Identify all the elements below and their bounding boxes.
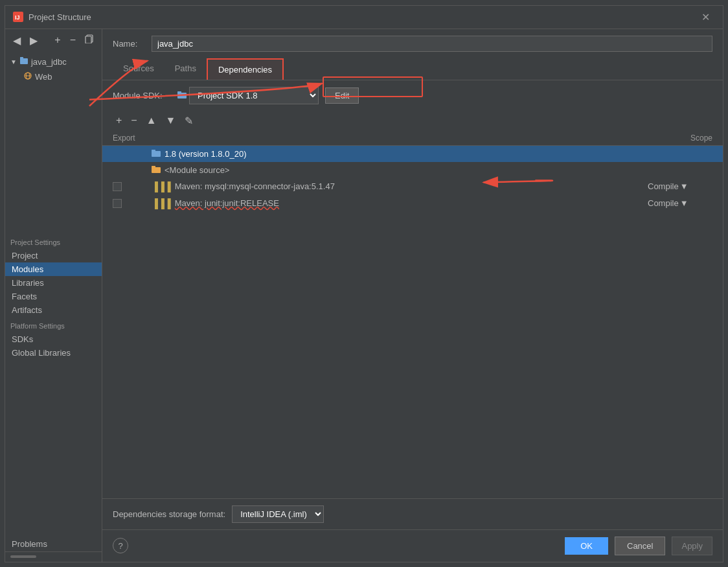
ok-button[interactable]: OK	[565, 537, 608, 555]
name-label: Name:	[113, 39, 145, 49]
module-icon	[19, 56, 28, 67]
mysql-check-col	[113, 182, 152, 191]
sidebar-modules-label: Modules	[12, 264, 43, 274]
sidebar-sdks-label: SDKs	[12, 334, 33, 344]
sidebar-item-global-libraries[interactable]: Global Libraries	[5, 346, 102, 360]
add-module-button[interactable]: +	[52, 33, 63, 47]
module-source-name-col: <Module source>	[152, 165, 648, 175]
sidebar: ◀ ▶ + − ▼	[5, 29, 102, 562]
scrollbar-thumb[interactable]	[10, 555, 36, 558]
right-panel: Name: Sources Paths Dependencies Module …	[102, 29, 723, 562]
apply-button[interactable]: Apply	[672, 537, 712, 555]
nav-buttons: ◀ ▶ + −	[5, 29, 102, 52]
sidebar-project-label: Project	[12, 251, 38, 260]
mysql-name-col: ▐▐▐ Maven: mysql:mysql-connector-java:5.…	[152, 181, 648, 192]
junit-name-col: ▐▐▐ Maven: junit:junit:RELEASE	[152, 198, 648, 209]
svg-rect-14	[152, 166, 155, 168]
jdk-name-col: 1.8 (version 1.8.0_20)	[152, 149, 648, 159]
project-settings-header: Project Settings	[5, 233, 102, 249]
mysql-name-label: Maven: mysql:mysql-connector-java:5.1.47	[175, 181, 335, 191]
app-icon: IJ	[13, 12, 23, 22]
deps-table-header: Export Scope	[102, 131, 723, 146]
dialog-title: Project Structure	[28, 12, 696, 22]
dialog-footer: ? OK Cancel Apply	[102, 529, 723, 562]
mysql-scope-label: Compile	[648, 181, 679, 191]
edit-sdk-button[interactable]: Edit	[325, 87, 359, 104]
svg-rect-4	[20, 58, 28, 64]
sidebar-item-facets[interactable]: Facets	[5, 290, 102, 303]
move-up-button[interactable]: ▲	[143, 113, 160, 128]
junit-scope-dropdown[interactable]: Compile ▼	[648, 198, 712, 208]
web-icon	[23, 71, 32, 82]
dep-row-junit[interactable]: ▐▐▐ Maven: junit:junit:RELEASE Compile ▼	[102, 195, 723, 212]
copy-module-button[interactable]	[82, 33, 97, 47]
platform-settings-header: Platform Settings	[5, 317, 102, 332]
deps-toolbar: + − ▲ ▼ ✎	[102, 111, 723, 131]
name-input[interactable]	[152, 36, 712, 52]
title-bar: IJ Project Structure ✕	[5, 6, 723, 29]
jdk-folder-icon	[152, 150, 161, 157]
svg-rect-11	[152, 151, 161, 157]
module-tree: ▼ java_jdbc	[5, 52, 102, 234]
tab-paths[interactable]: Paths	[165, 58, 207, 80]
remove-dep-button[interactable]: −	[128, 113, 140, 128]
svg-text:IJ: IJ	[15, 14, 20, 21]
junit-scope-col: Compile ▼	[648, 198, 712, 208]
cancel-button[interactable]: Cancel	[615, 537, 665, 555]
edit-dep-button[interactable]: ✎	[181, 113, 196, 128]
forward-button[interactable]: ▶	[27, 33, 40, 48]
tab-sources[interactable]: Sources	[113, 58, 165, 80]
mysql-scope-col: Compile ▼	[648, 181, 712, 191]
sdk-folder-icon	[177, 91, 187, 99]
sidebar-item-sdks[interactable]: SDKs	[5, 332, 102, 346]
scope-header: Scope	[648, 133, 712, 143]
sidebar-global-libraries-label: Global Libraries	[12, 348, 71, 358]
tree-root-item[interactable]: ▼ java_jdbc	[5, 54, 102, 69]
tree-root-label: java_jdbc	[31, 57, 67, 67]
junit-checkbox[interactable]	[113, 199, 122, 208]
mysql-checkbox[interactable]	[113, 182, 122, 191]
module-sdk-row: Module SDK: Project SDK 1.8 Edit	[102, 80, 723, 111]
help-button[interactable]: ?	[113, 538, 128, 553]
tabs-row: Sources Paths Dependencies	[102, 58, 723, 80]
dep-row-mysql[interactable]: ▐▐▐ Maven: mysql:mysql-connector-java:5.…	[102, 178, 723, 195]
module-sdk-label: Module SDK:	[113, 91, 171, 100]
tree-web-label: Web	[35, 72, 52, 82]
sidebar-item-problems[interactable]: Problems	[5, 537, 102, 551]
module-source-label: <Module source>	[165, 165, 229, 175]
tab-dependencies[interactable]: Dependencies	[207, 58, 284, 80]
close-button[interactable]: ✕	[696, 8, 715, 26]
dep-row-module-source[interactable]: <Module source>	[102, 162, 723, 178]
move-down-button[interactable]: ▼	[163, 113, 179, 128]
svg-rect-12	[152, 150, 155, 152]
mysql-scope-dropdown[interactable]: Compile ▼	[648, 181, 712, 191]
sdk-select-wrapper: Project SDK 1.8	[177, 87, 319, 104]
remove-module-button[interactable]: −	[67, 33, 78, 47]
jdk-name-label: 1.8 (version 1.8.0_20)	[165, 149, 246, 159]
sidebar-item-libraries[interactable]: Libraries	[5, 276, 102, 290]
storage-label: Dependencies storage format:	[113, 509, 225, 519]
junit-name-label: Maven: junit:junit:RELEASE	[175, 198, 279, 208]
name-row: Name:	[102, 29, 723, 58]
storage-select[interactable]: IntelliJ IDEA (.iml)	[232, 505, 324, 523]
mysql-scope-arrow: ▼	[680, 181, 688, 191]
maven-icon-mysql: ▐▐▐	[152, 181, 171, 192]
deps-table: 1.8 (version 1.8.0_20) <Module source>	[102, 146, 723, 498]
sidebar-facets-label: Facets	[12, 292, 37, 301]
sidebar-item-modules[interactable]: Modules	[5, 262, 102, 276]
export-header: Export	[113, 133, 152, 143]
sidebar-problems-label: Problems	[12, 539, 47, 549]
maven-icon-junit: ▐▐▐	[152, 198, 171, 209]
sidebar-item-artifacts[interactable]: Artifacts	[5, 303, 102, 317]
bottom-bar: Dependencies storage format: IntelliJ ID…	[102, 498, 723, 529]
svg-rect-9	[177, 93, 187, 98]
sidebar-item-project[interactable]: Project	[5, 249, 102, 262]
sdk-select[interactable]: Project SDK 1.8	[189, 87, 319, 104]
footer-left: ?	[113, 538, 558, 553]
back-button[interactable]: ◀	[10, 33, 23, 48]
add-dep-button[interactable]: +	[113, 113, 125, 128]
dep-row-jdk[interactable]: 1.8 (version 1.8.0_20)	[102, 146, 723, 162]
tree-web-item[interactable]: Web	[5, 69, 102, 84]
svg-rect-3	[85, 36, 91, 43]
sidebar-artifacts-label: Artifacts	[12, 305, 42, 315]
